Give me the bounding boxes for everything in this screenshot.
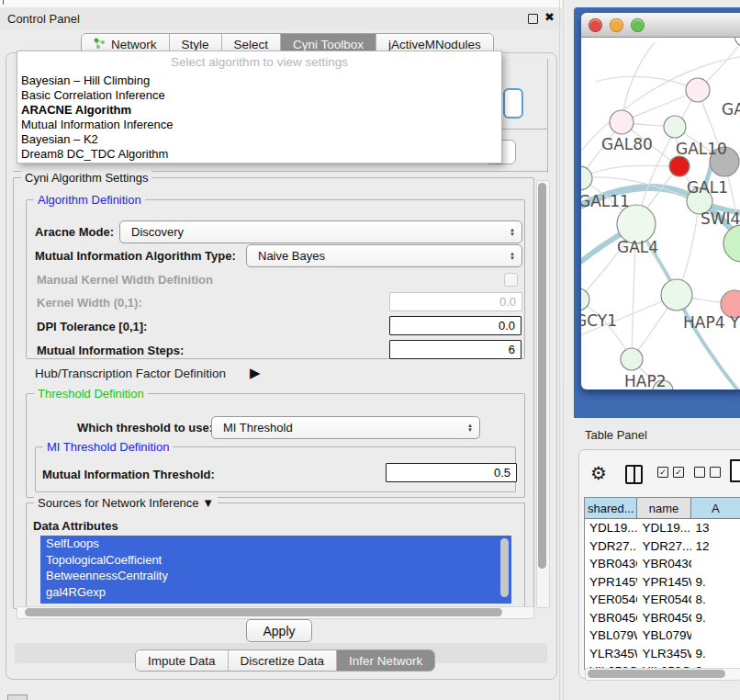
table-header-row: shared...nameA (585, 498, 740, 519)
panel-divider[interactable] (559, 0, 560, 700)
aracne-mode-select[interactable]: Discovery ▲▼ (119, 220, 522, 243)
collapsed-panel-icon[interactable] (7, 694, 28, 700)
aracne-mode-label: Aracne Mode: (35, 225, 114, 239)
panel-divider[interactable] (563, 0, 564, 700)
node-label: GAL4 (617, 238, 658, 256)
expand-arrow-icon[interactable]: ▶ (250, 365, 261, 381)
network-node[interactable] (723, 225, 740, 262)
network-node[interactable] (734, 38, 740, 47)
network-window-titlebar[interactable] (581, 13, 740, 38)
checked-column-icon[interactable]: ✓ (657, 467, 668, 478)
zoom-traffic-light[interactable] (631, 18, 645, 32)
table-row[interactable]: YBR043CYBR043C (585, 555, 740, 573)
table-cell: YBR043C (637, 557, 690, 570)
column-header-3[interactable]: A (691, 498, 740, 518)
focused-combo-fragment[interactable] (503, 88, 523, 119)
table-row[interactable]: YDL19...YDL19...13 (585, 519, 740, 537)
apply-button[interactable]: Apply (246, 619, 312, 642)
tab-label: Network (111, 38, 157, 51)
network-node[interactable] (669, 156, 690, 176)
attribute-item[interactable]: BetweennessCentrality (40, 568, 511, 584)
minimize-traffic-light[interactable] (610, 18, 623, 32)
close-traffic-light[interactable] (589, 18, 602, 32)
network-node[interactable] (661, 279, 692, 310)
control-panel-title: Control Panel (7, 12, 80, 26)
dpi-tolerance-input[interactable] (389, 316, 521, 335)
table-cell: YBL079W (637, 628, 690, 642)
top-strip (0, 0, 562, 7)
mi-type-select[interactable]: Naive Bayes ▲▼ (246, 244, 522, 267)
table-panel-title: Table Panel (585, 428, 647, 442)
tab-infer-network[interactable]: Infer Network (337, 650, 434, 671)
tab-discretize-data[interactable]: Discretize Data (229, 650, 338, 671)
manual-kernel-label: Manual Kernel Width Definition (37, 273, 213, 287)
network-node[interactable] (664, 116, 686, 138)
float-window-icon[interactable] (528, 14, 538, 24)
algorithm-option[interactable]: Dream8 DC_TDC Algorithm (17, 147, 501, 162)
algorithm-option[interactable]: ARACNE Algorithm (17, 103, 501, 118)
settings-horizontal-scrollbar[interactable] (17, 606, 534, 619)
mi-steps-label: Mutual Information Steps: (37, 344, 184, 357)
network-edge[interactable] (595, 76, 698, 90)
tab-label: jActiveMNodules (388, 38, 481, 51)
data-attributes-label: Data Attributes (33, 519, 118, 533)
node-label: GAL (722, 100, 740, 119)
table-cell: 12 (691, 539, 740, 553)
cyni-settings-title: Cyni Algorithm Settings (21, 171, 151, 185)
table-row[interactable]: YBL079WYBL079W (585, 627, 740, 645)
unchecked-column-icon[interactable] (710, 467, 721, 478)
table-cell: YPR145W (585, 575, 637, 589)
attribute-item[interactable]: TopologicalCoefficient (40, 552, 511, 569)
table-cell: YBR043C (585, 557, 637, 570)
table-cell: 8. (691, 593, 740, 606)
attribute-item[interactable]: SelfLoops (40, 536, 511, 552)
tab-impute-data[interactable]: Impute Data (136, 650, 229, 671)
mi-steps-input[interactable] (389, 340, 521, 359)
table-row[interactable]: YDR27...YDR27...12 (585, 537, 740, 556)
table-cell: YER054C (585, 593, 637, 606)
which-threshold-value: MI Threshold (212, 421, 293, 435)
mi-threshold-input[interactable] (386, 463, 517, 482)
close-icon[interactable]: ✖ (544, 10, 555, 24)
manual-kernel-checkbox[interactable] (504, 273, 518, 287)
table-cell: YDL19... (585, 521, 637, 535)
column-header-1[interactable]: shared... (585, 498, 637, 518)
list-scrollbar[interactable] (500, 538, 509, 597)
hub-section-label[interactable]: Hub/Transcription Factor Definition (35, 367, 226, 380)
collapse-arrow-icon[interactable]: ▼ (202, 496, 214, 510)
table-row[interactable]: YER054CYER054C8. (585, 591, 740, 609)
split-columns-icon[interactable] (625, 465, 643, 484)
table-row[interactable]: YPR145WYPR145W9. (585, 573, 740, 592)
table-cell: 13 (691, 521, 740, 535)
table-cell: YPR145W (637, 575, 690, 589)
column-header-2[interactable]: name (637, 498, 690, 518)
data-attributes-list[interactable]: SelfLoopsTopologicalCoefficientBetweenne… (40, 536, 511, 604)
table-row[interactable]: YLR345WYLR345W9. (585, 645, 740, 663)
algorithm-option[interactable]: Bayesian – K2 (17, 132, 501, 147)
table-cell: YLR345W (637, 647, 690, 660)
checked-column-icon[interactable]: ✓ (673, 467, 684, 478)
page-icon[interactable] (730, 459, 740, 482)
network-node[interactable] (686, 78, 710, 102)
table-row[interactable]: YBR045CYBR045C9. (585, 609, 740, 627)
algorithm-option[interactable]: Bayesian – Hill Climbing (17, 73, 501, 88)
network-node[interactable] (610, 110, 633, 134)
algorithm-option[interactable]: Basic Correlation Inference (17, 88, 501, 103)
network-window[interactable]: GALGAL80GAL10GAL1GAL11SWI4GAL4GCY1HAP4YH… (581, 13, 740, 390)
network-node[interactable] (621, 348, 643, 370)
network-canvas[interactable]: GALGAL80GAL10GAL1GAL11SWI4GAL4GCY1HAP4YH… (581, 38, 740, 390)
which-threshold-select[interactable]: MI Threshold ▲▼ (211, 416, 480, 439)
table-horizontal-scrollbar[interactable] (585, 668, 740, 681)
settings-vertical-scrollbar[interactable] (536, 180, 550, 608)
algorithm-dropdown-popup: Select algorithm to view settings Bayesi… (17, 51, 502, 164)
unchecked-column-icon[interactable] (694, 467, 705, 478)
bottom-tab-bar: Impute DataDiscretize DataInfer Network (135, 649, 435, 672)
algorithm-option[interactable]: Mutual Information Inference (17, 118, 501, 132)
node-label: Y (729, 313, 740, 332)
network-node[interactable] (581, 166, 592, 190)
network-edge[interactable] (581, 165, 679, 178)
gear-icon[interactable]: ⚙ (590, 462, 607, 484)
aracne-mode-value: Discovery (120, 225, 184, 239)
table-cell: YLR345W (585, 647, 637, 660)
attribute-item[interactable]: gal4RGexp (40, 584, 511, 601)
